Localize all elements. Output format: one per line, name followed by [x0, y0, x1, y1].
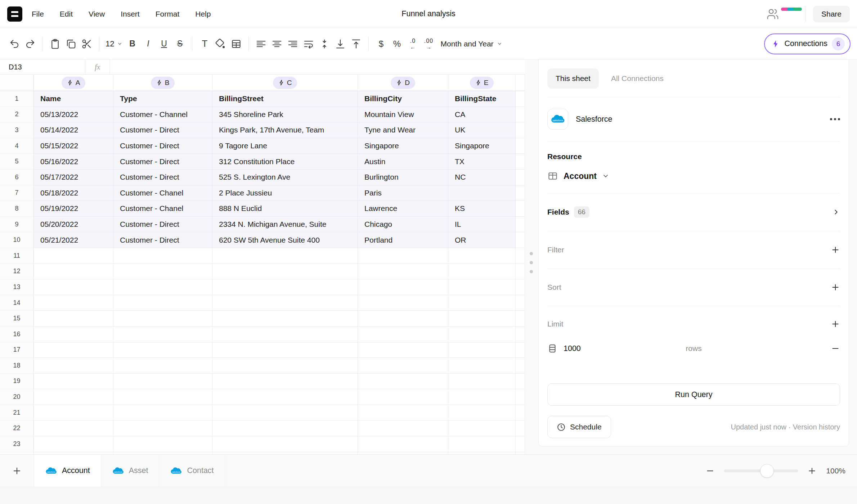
- grid-cell[interactable]: Tyne and Wear: [358, 122, 448, 138]
- undo-button[interactable]: [6, 35, 22, 53]
- grid-cell[interactable]: Paris: [358, 185, 448, 201]
- fill-color-icon[interactable]: [212, 35, 228, 53]
- grid-cell[interactable]: [34, 248, 113, 264]
- grid-cell[interactable]: 05/21/2022: [34, 232, 113, 248]
- grid-cell[interactable]: Lawrence: [358, 201, 448, 217]
- grid-cell[interactable]: 05/16/2022: [34, 154, 113, 170]
- grid-cell[interactable]: BillingCity: [358, 91, 448, 107]
- row-number[interactable]: 11: [0, 248, 34, 264]
- grid-cell[interactable]: [516, 279, 525, 295]
- increase-decimal-button[interactable]: .00→: [421, 35, 436, 53]
- grid-cell[interactable]: [212, 420, 358, 436]
- row-number[interactable]: 7: [0, 185, 34, 201]
- grid-cell[interactable]: Customer - Direct: [113, 138, 212, 154]
- grid-cell[interactable]: [34, 342, 113, 358]
- grid-cell[interactable]: [516, 358, 525, 374]
- grid-cell[interactable]: [448, 295, 516, 311]
- grid-cell[interactable]: [212, 248, 358, 264]
- row-number[interactable]: 9: [0, 217, 34, 233]
- grid-cell[interactable]: [212, 374, 358, 390]
- menu-item-file[interactable]: File: [32, 10, 44, 18]
- menu-item-view[interactable]: View: [89, 10, 105, 18]
- grid-cell[interactable]: [113, 452, 212, 454]
- grid-cell[interactable]: KS: [448, 201, 516, 217]
- row-number[interactable]: 2: [0, 107, 34, 123]
- row-number[interactable]: 19: [0, 374, 34, 390]
- grid-cell[interactable]: [516, 405, 525, 421]
- grid-cell[interactable]: 620 SW 5th Avenue Suite 400: [212, 232, 358, 248]
- grid-cell[interactable]: [34, 327, 113, 342]
- row-number[interactable]: 1: [0, 91, 34, 107]
- grid-cell[interactable]: 05/19/2022: [34, 201, 113, 217]
- align-right-icon[interactable]: [285, 35, 301, 53]
- grid-cell[interactable]: Singapore: [358, 138, 448, 154]
- row-number[interactable]: 18: [0, 358, 34, 374]
- grid-cell[interactable]: [212, 264, 358, 280]
- grid-cell[interactable]: Kings Park, 17th Avenue, Team: [212, 122, 358, 138]
- grid-cell[interactable]: [516, 342, 525, 358]
- grid-cell[interactable]: [448, 279, 516, 295]
- zoom-in-button[interactable]: [807, 466, 817, 476]
- grid-cell[interactable]: [516, 201, 525, 217]
- align-top-icon[interactable]: [348, 35, 364, 53]
- align-bottom-icon[interactable]: [332, 35, 348, 53]
- zoom-out-button[interactable]: [705, 466, 715, 476]
- grid-cell[interactable]: [448, 311, 516, 327]
- fields-row[interactable]: Fields 66: [547, 193, 840, 231]
- grid-cell[interactable]: [212, 358, 358, 374]
- grid-cell[interactable]: [448, 342, 516, 358]
- resource-selector[interactable]: Account: [547, 171, 840, 181]
- grid-cell[interactable]: [448, 358, 516, 374]
- grid-cell[interactable]: 05/20/2022: [34, 217, 113, 233]
- grid-cell[interactable]: [34, 279, 113, 295]
- add-sort-button[interactable]: [831, 283, 840, 292]
- grid-cell[interactable]: [113, 342, 212, 358]
- collaborators-icon[interactable]: [767, 8, 779, 20]
- grid-cell[interactable]: 2 Place Jussieu: [212, 185, 358, 201]
- grid-cell[interactable]: [448, 436, 516, 452]
- formula-input[interactable]: [110, 60, 525, 74]
- grid-cell[interactable]: [113, 311, 212, 327]
- grid-cell[interactable]: CA: [448, 107, 516, 123]
- grid-cell[interactable]: [448, 248, 516, 264]
- italic-button[interactable]: I: [140, 35, 156, 53]
- row-number[interactable]: 16: [0, 327, 34, 342]
- grid-cell[interactable]: Austin: [358, 154, 448, 170]
- row-number[interactable]: 12: [0, 264, 34, 280]
- grid-cell[interactable]: [358, 436, 448, 452]
- grid-cell[interactable]: 345 Shoreline Park: [212, 107, 358, 123]
- grid-cell[interactable]: Mountain View: [358, 107, 448, 123]
- bold-button[interactable]: B: [124, 35, 140, 53]
- row-number[interactable]: 3: [0, 122, 34, 138]
- grid-cell[interactable]: [34, 436, 113, 452]
- zoom-slider[interactable]: [724, 469, 798, 472]
- cut-icon[interactable]: [79, 35, 95, 53]
- grid-cell[interactable]: [516, 248, 525, 264]
- grid-cell[interactable]: [448, 327, 516, 342]
- grid-cell[interactable]: Customer - Direct: [113, 154, 212, 170]
- panel-tab-this-sheet[interactable]: This sheet: [547, 68, 599, 89]
- grid-cell[interactable]: [212, 389, 358, 405]
- row-number[interactable]: [0, 452, 34, 454]
- menu-item-insert[interactable]: Insert: [121, 10, 140, 18]
- grid-cell[interactable]: [448, 264, 516, 280]
- grid-cell[interactable]: [448, 405, 516, 421]
- paste-icon[interactable]: [47, 35, 63, 53]
- grid-cell[interactable]: Customer - Chanel: [113, 185, 212, 201]
- column-header-B[interactable]: B: [113, 75, 212, 91]
- sheet-tab-contact[interactable]: salesforceContact: [159, 455, 225, 487]
- row-number[interactable]: 22: [0, 420, 34, 436]
- grid-cell[interactable]: [212, 405, 358, 421]
- share-button[interactable]: Share: [813, 6, 850, 22]
- grid-cell[interactable]: Name: [34, 91, 113, 107]
- grid-cell[interactable]: [113, 420, 212, 436]
- row-number[interactable]: 10: [0, 232, 34, 248]
- grid-cell[interactable]: 05/14/2022: [34, 122, 113, 138]
- row-number[interactable]: 17: [0, 342, 34, 358]
- grid-cell[interactable]: [34, 358, 113, 374]
- grid-cell[interactable]: [212, 452, 358, 454]
- grid-cell[interactable]: [34, 311, 113, 327]
- grid-cell[interactable]: [113, 358, 212, 374]
- grid-cell[interactable]: [358, 342, 448, 358]
- grid-cell[interactable]: 2334 N. Michigan Avenue, Suite: [212, 217, 358, 233]
